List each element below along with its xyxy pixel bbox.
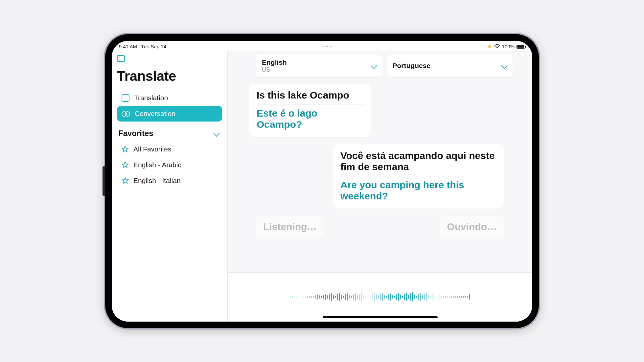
favorites-header-label: Favorites bbox=[118, 129, 153, 138]
input-bar bbox=[228, 272, 532, 322]
app-title: Translate bbox=[117, 68, 222, 84]
source-language-name: English bbox=[262, 58, 287, 66]
screen: 9:41 AM Tue Sep 14 100% Translate bbox=[112, 41, 532, 322]
bubble-target-text: Are you camping here this weekend? bbox=[340, 179, 497, 202]
listening-indicator-left: Listening… bbox=[256, 216, 324, 238]
home-indicator[interactable] bbox=[323, 316, 438, 318]
battery-percentage: 100% bbox=[502, 44, 515, 49]
multitask-dots[interactable] bbox=[323, 46, 332, 47]
favorite-label: English - Arabic bbox=[133, 161, 181, 169]
nav-label: Translation bbox=[134, 94, 168, 102]
favorite-item[interactable]: English - Arabic bbox=[117, 157, 222, 173]
divider bbox=[340, 176, 497, 176]
status-time: 9:41 AM bbox=[119, 44, 137, 49]
star-icon bbox=[122, 146, 129, 153]
battery-icon bbox=[517, 45, 525, 49]
waveform-icon bbox=[288, 291, 472, 303]
language-bar: English US Portuguese bbox=[228, 51, 532, 77]
favorite-item-all[interactable]: All Favorites bbox=[117, 141, 222, 157]
listening-indicator-right: Ouvindo… bbox=[440, 216, 504, 238]
star-icon bbox=[122, 177, 129, 184]
bubble-source-text: Você está acampando aqui neste fim de se… bbox=[340, 150, 497, 176]
status-bar: 9:41 AM Tue Sep 14 100% bbox=[112, 43, 532, 51]
conversation-bubble[interactable]: Is this lake Ocampo Este é o lago Ocampo… bbox=[249, 84, 371, 137]
chevron-down-icon bbox=[501, 62, 508, 69]
status-date: Tue Sep 14 bbox=[141, 44, 166, 49]
target-language-select[interactable]: Portuguese bbox=[387, 55, 513, 77]
favorite-label: English - Italian bbox=[133, 177, 181, 185]
sidebar-toggle-button[interactable] bbox=[117, 55, 125, 62]
nav-label: Conversation bbox=[135, 110, 175, 118]
chevron-down-icon bbox=[213, 130, 220, 137]
sidebar: Translate Translation Conversation Favor… bbox=[112, 51, 228, 322]
recording-indicator-icon bbox=[488, 45, 491, 48]
target-language-name: Portuguese bbox=[393, 62, 431, 70]
svg-marker-0 bbox=[122, 146, 128, 151]
bubble-target-text: Este é o lago Ocampo? bbox=[257, 108, 364, 130]
divider bbox=[257, 104, 364, 104]
source-language-region: US bbox=[262, 66, 287, 73]
main-panel: English US Portuguese Is this la bbox=[228, 51, 532, 322]
bubble-source-text: Is this lake Ocampo bbox=[257, 90, 364, 104]
chevron-down-icon bbox=[371, 62, 377, 69]
conversation-area: Is this lake Ocampo Este é o lago Ocampo… bbox=[228, 77, 532, 272]
favorites-header[interactable]: Favorites bbox=[117, 129, 222, 138]
svg-marker-2 bbox=[122, 177, 128, 183]
nav-item-translation[interactable]: Translation bbox=[117, 90, 222, 106]
translation-icon bbox=[122, 94, 129, 102]
conversation-bubble[interactable]: Você está acampando aqui neste fim de se… bbox=[333, 144, 504, 209]
star-icon bbox=[122, 161, 129, 169]
wifi-icon bbox=[494, 44, 500, 49]
ipad-frame: 9:41 AM Tue Sep 14 100% Translate bbox=[105, 34, 539, 328]
favorite-label: All Favorites bbox=[133, 145, 172, 153]
favorite-item[interactable]: English - Italian bbox=[117, 173, 222, 189]
conversation-icon bbox=[122, 111, 130, 117]
svg-marker-1 bbox=[122, 162, 128, 167]
nav-item-conversation[interactable]: Conversation bbox=[117, 106, 222, 122]
source-language-select[interactable]: English US bbox=[256, 55, 382, 77]
